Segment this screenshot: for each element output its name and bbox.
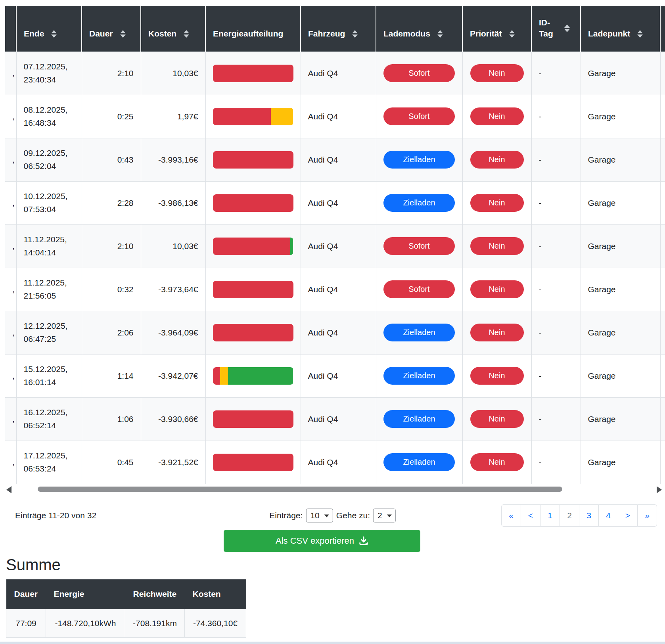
page-first-button[interactable]: « [501,504,521,527]
chevron-down-icon [324,514,329,517]
page-4-button[interactable]: 4 [598,504,618,527]
hscroll-right-arrow-icon[interactable] [657,486,662,493]
prioritaet-badge: Nein [470,280,524,298]
end-time: 14:04:14 [24,246,75,259]
cell-lademodus: Sofort [376,224,462,268]
cell-energie [205,397,301,441]
cell-idtag: - [531,224,581,268]
hscroll-left-arrow-icon[interactable] [6,486,11,493]
page-prev-button[interactable]: < [521,504,540,527]
cell-dauer: 1:14 [82,354,141,397]
summary-col-reichweite: Reichweite [125,579,185,609]
cell-extra [660,354,665,397]
cell-energie [205,224,301,268]
energy-split-bar [213,194,293,212]
cell-energie [205,311,301,354]
cell-dauer: 2:06 [82,311,141,354]
prioritaet-badge: Nein [470,151,524,169]
cell-lademodus: Sofort [376,95,462,138]
cell-start: , [5,354,16,397]
energy-bar-segment-danger [213,281,293,298]
cell-extra [660,397,665,441]
table-row: ,12.12.2025,06:47:252:06-3.964,09€Audi Q… [5,311,665,354]
horizontal-scrollbar[interactable] [0,485,665,494]
page-next-button[interactable]: > [618,504,638,527]
energy-bar-segment-danger [213,367,220,385]
lademodus-badge: Zielladen [383,410,455,428]
end-date: 09.12.2025, [24,147,75,160]
cell-kosten: -3.942,07€ [141,354,205,397]
prioritaet-badge: Nein [470,453,524,471]
cell-ende: 09.12.2025,06:52:04 [16,138,82,181]
energy-bar-segment-danger [213,194,293,212]
cell-energie [205,181,301,224]
column-header-lademodus[interactable]: Lademodus [376,6,462,52]
column-header-ladepunkt[interactable]: Ladepunkt [581,6,660,52]
bottom-strip [0,642,665,644]
lademodus-badge: Sofort [383,64,455,82]
cell-extra [660,138,665,181]
page-1-button[interactable]: 1 [540,504,560,527]
energy-bar-segment-danger [213,454,293,471]
lademodus-badge: Sofort [383,107,455,125]
column-header-label: Ende [24,28,44,39]
goto-label: Gehe zu: [336,511,370,520]
cell-ende: 10.12.2025,07:53:04 [16,181,82,224]
page-3-button[interactable]: 3 [579,504,599,527]
cell-energie [205,268,301,311]
cell-fahrzeug: Audi Q4 [301,311,376,354]
end-date: 10.12.2025, [24,190,75,203]
summary-header-row: Dauer Energie Reichweite Kosten [6,579,246,609]
sort-arrows-icon [51,30,57,38]
cell-ladepunkt: Garage [581,95,660,138]
cell-energie [205,52,301,95]
column-header-fahrzeug[interactable]: Fahrzeug [301,6,376,52]
cell-ladepunkt: Garage [581,224,660,268]
cell-fahrzeug: Audi Q4 [301,224,376,268]
cell-start: , [5,397,16,441]
hscroll-thumb[interactable] [38,487,562,492]
end-date: 16.12.2025, [24,406,75,419]
cell-fahrzeug: Audi Q4 [301,138,376,181]
prioritaet-badge: Nein [470,367,524,385]
entries-info: Einträge 11-20 von 32 [15,511,96,520]
page-2-button[interactable]: 2 [560,504,579,527]
cell-extra [660,52,665,95]
lademodus-badge: Zielladen [383,151,455,169]
energy-bar-segment-danger [213,410,293,428]
page-last-button[interactable]: » [637,504,657,527]
cell-lademodus: Sofort [376,268,462,311]
lademodus-badge: Sofort [383,280,455,298]
cell-kosten: 1,97€ [141,95,205,138]
sort-arrows-icon [184,30,189,38]
per-page-select[interactable]: 10 [306,508,333,522]
cell-lademodus: Zielladen [376,138,462,181]
cell-ladepunkt: Garage [581,441,660,484]
cell-prioritaet: Nein [462,95,531,138]
end-time: 06:53:24 [24,462,75,475]
goto-page-select[interactable]: 2 [373,508,396,522]
table-header-row: EndeDauerKostenEnergieaufteilungFahrzeug… [5,6,665,52]
csv-export-button[interactable]: Als CSV exportieren [224,530,420,552]
cell-ende: 08.12.2025,16:48:34 [16,95,82,138]
cell-start: , [5,268,16,311]
column-header-id-tag[interactable]: ID-Tag [531,6,581,52]
summary-energie-value: -148.720,10kWh [46,609,125,638]
cell-lademodus: Zielladen [376,441,462,484]
energy-bar-segment-danger [213,65,293,82]
lademodus-badge: Zielladen [383,324,455,341]
charging-sessions-table: EndeDauerKostenEnergieaufteilungFahrzeug… [5,6,665,484]
summary-col-kosten: Kosten [185,579,246,609]
prioritaet-badge: Nein [470,64,524,82]
cell-ende: 07.12.2025,23:40:34 [16,52,82,95]
cell-ladepunkt: Garage [581,138,660,181]
column-header-dauer[interactable]: Dauer [82,6,141,52]
column-header-priorit-t[interactable]: Priorität [462,6,531,52]
cell-start: , [5,181,16,224]
column-header-kosten[interactable]: Kosten [141,6,205,52]
table-controls-row: Einträge 11-20 von 32 Einträge: 10 Gehe … [0,504,665,527]
end-time: 07:53:04 [24,203,75,216]
table-row: ,09.12.2025,06:52:040:43-3.993,16€Audi Q… [5,138,665,181]
column-header-ende[interactable]: Ende [16,6,82,52]
cell-fahrzeug: Audi Q4 [301,354,376,397]
